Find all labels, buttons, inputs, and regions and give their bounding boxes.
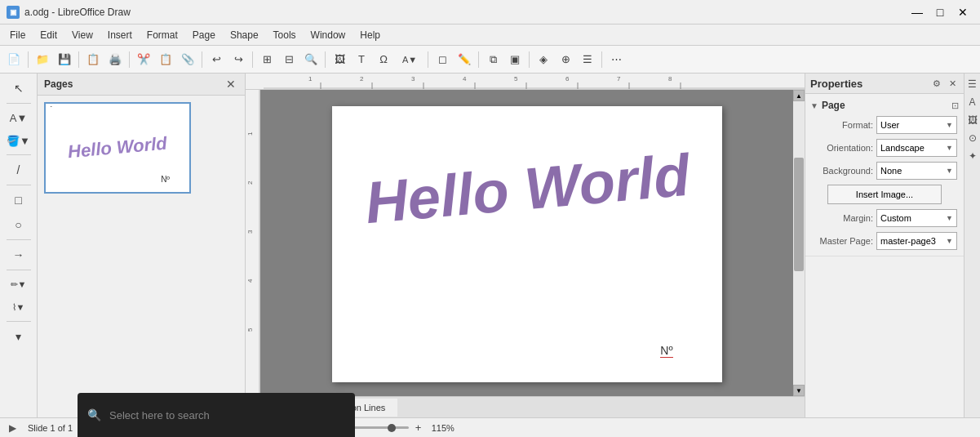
print-button[interactable]: 🖨️ xyxy=(104,49,126,70)
fontwork-button[interactable]: A▼ xyxy=(395,49,424,70)
ellipse-tool[interactable]: ○ xyxy=(6,213,32,236)
main-area: ↖ A▼ 🪣▼ / □ ○ → ✏▼ ⌇▼ ▾ Pages ✕ 1 Hello … xyxy=(0,74,980,417)
save-button[interactable]: 💾 xyxy=(54,49,75,70)
status-bar: ▶ Slide 1 of 1 master-page3 ↔ 2.63 / 5.7… xyxy=(0,417,980,437)
prop-orientation-select[interactable]: Landscape ▼ xyxy=(876,139,957,157)
toggle-ext-button[interactable]: ☰ xyxy=(577,49,598,70)
canvas-scroll[interactable]: Hello World Nº xyxy=(260,90,793,396)
select-tool[interactable]: ↖ xyxy=(6,77,32,100)
copy-button[interactable]: 📋 xyxy=(155,49,176,70)
thumb-inner: Hello World Nº xyxy=(49,107,186,189)
prop-masterpage-arrow: ▼ xyxy=(946,237,953,245)
hello-world-drawing: Hello World xyxy=(362,141,692,236)
line-color-tool[interactable]: A▼ xyxy=(4,107,33,128)
draw-button[interactable]: ✏️ xyxy=(454,49,475,70)
menu-format[interactable]: Format xyxy=(140,27,184,43)
point-edit-button[interactable]: ◈ xyxy=(533,49,554,70)
menu-view[interactable]: View xyxy=(65,27,100,43)
zoom-thumb[interactable] xyxy=(388,424,396,432)
export-pdf-button[interactable]: 📋 xyxy=(82,49,104,70)
prop-margin-select[interactable]: Custom ▼ xyxy=(876,209,957,227)
paste-button[interactable]: 📎 xyxy=(177,49,198,70)
menu-shape[interactable]: Shape xyxy=(224,27,265,43)
prop-masterpage-select[interactable]: master-page3 ▼ xyxy=(876,232,957,250)
prop-format-select[interactable]: User ▼ xyxy=(876,116,957,134)
zoom-button[interactable]: 🔍 xyxy=(300,49,321,70)
search-overlay[interactable]: 🔍 Select here to search xyxy=(78,393,355,437)
expand-pages-button[interactable]: ▶ xyxy=(3,419,21,437)
toolbar-sep-7 xyxy=(428,51,428,68)
toolbar-sep-2 xyxy=(78,51,79,68)
close-button[interactable]: ✕ xyxy=(952,3,973,21)
scroll-down-arrow[interactable]: ▼ xyxy=(793,385,805,396)
properties-panel: Properties ⚙ ✕ ▼ Page ⊡ Format: User ▼ O… xyxy=(805,74,964,417)
prop-masterpage-value: master-page3 xyxy=(880,236,936,246)
zoom-in-button[interactable]: + xyxy=(411,421,426,435)
insert-image-button[interactable]: Insert Image... xyxy=(827,185,942,204)
new-button[interactable]: 📄 xyxy=(3,49,24,70)
more-button[interactable]: ⋯ xyxy=(605,49,627,70)
undo-button[interactable]: ↩ xyxy=(206,49,227,70)
prop-close-button[interactable]: ✕ xyxy=(946,77,959,90)
image-insert-button[interactable]: 🖼 xyxy=(329,49,350,70)
line-tool[interactable]: / xyxy=(6,158,32,181)
rect-tool[interactable]: □ xyxy=(6,189,32,212)
menu-help[interactable]: Help xyxy=(353,27,387,43)
menu-edit[interactable]: Edit xyxy=(33,27,64,43)
ri-effects-button[interactable]: ✦ xyxy=(965,149,980,163)
maximize-button[interactable]: □ xyxy=(929,3,951,21)
open-button[interactable]: 📁 xyxy=(32,49,53,70)
menu-file[interactable]: File xyxy=(3,27,32,43)
prop-orientation-label: Orientation: xyxy=(812,143,873,153)
shadow-button[interactable]: ▣ xyxy=(504,49,525,70)
grid-button[interactable]: ⊞ xyxy=(256,49,277,70)
shapes-button[interactable]: ◻ xyxy=(432,49,453,70)
arrow-tool[interactable]: → xyxy=(6,243,32,266)
menu-tools[interactable]: Tools xyxy=(267,27,303,43)
menu-window[interactable]: Window xyxy=(304,27,353,43)
svg-text:1: 1 xyxy=(308,75,313,82)
prop-row-masterpage: Master Page: master-page3 ▼ xyxy=(805,230,964,252)
window-controls: — □ ✕ xyxy=(907,3,973,21)
toolbar-sep-1 xyxy=(28,51,29,68)
special-char-button[interactable]: Ω xyxy=(373,49,394,70)
prop-section-page-header[interactable]: ▼ Page ⊡ xyxy=(805,97,964,114)
pages-panel-close[interactable]: ✕ xyxy=(224,77,238,91)
expand-toolbar[interactable]: ▾ xyxy=(6,325,32,348)
toolbar-sep-6 xyxy=(325,51,326,68)
scroll-thumb[interactable] xyxy=(794,158,804,271)
curve-tool[interactable]: ✏▼ xyxy=(4,274,33,295)
canvas-area: 1 2 3 4 5 6 7 8 xyxy=(246,74,805,417)
section-collapse-arrow: ▼ xyxy=(810,101,818,110)
thumb-hello-text: Hello World xyxy=(67,133,168,163)
scroll-up-arrow[interactable]: ▲ xyxy=(793,90,805,101)
ri-gallery-button[interactable]: 🖼 xyxy=(965,113,980,127)
ri-styles-button[interactable]: A xyxy=(965,95,980,109)
fill-color-tool[interactable]: 🪣▼ xyxy=(4,130,33,151)
glue-point-button[interactable]: ⊕ xyxy=(555,49,576,70)
right-scrollbar[interactable]: ▲ ▼ xyxy=(793,90,805,396)
ri-navigator-button[interactable]: ⊙ xyxy=(965,131,980,145)
page-thumbnail-1[interactable]: 1 Hello World Nº xyxy=(44,102,191,194)
pages-panel-title: Pages xyxy=(44,78,73,90)
redo-button[interactable]: ↪ xyxy=(228,49,249,70)
ri-properties-button[interactable]: ☰ xyxy=(965,77,980,91)
pages-panel-header: Pages ✕ xyxy=(38,74,245,96)
lt-sep-2 xyxy=(7,154,31,155)
menu-insert[interactable]: Insert xyxy=(101,27,139,43)
textbox-button[interactable]: T xyxy=(351,49,372,70)
minimize-button[interactable]: — xyxy=(907,3,928,21)
menu-page[interactable]: Page xyxy=(186,27,222,43)
scroll-track[interactable] xyxy=(793,101,805,385)
prop-background-select[interactable]: None ▼ xyxy=(876,162,957,180)
cut-button[interactable]: ✂️ xyxy=(133,49,154,70)
prop-row-orientation: Orientation: Landscape ▼ xyxy=(805,136,964,159)
arrange-button[interactable]: ⧉ xyxy=(482,49,503,70)
snap-button[interactable]: ⊟ xyxy=(278,49,299,70)
properties-title: Properties xyxy=(810,78,862,90)
drawing-page[interactable]: Hello World Nº xyxy=(332,106,722,382)
connector-tool[interactable]: ⌇▼ xyxy=(4,297,33,318)
prop-settings-button[interactable]: ⚙ xyxy=(930,77,943,90)
prop-format-arrow: ▼ xyxy=(946,121,953,129)
prop-format-label: Format: xyxy=(812,120,873,130)
